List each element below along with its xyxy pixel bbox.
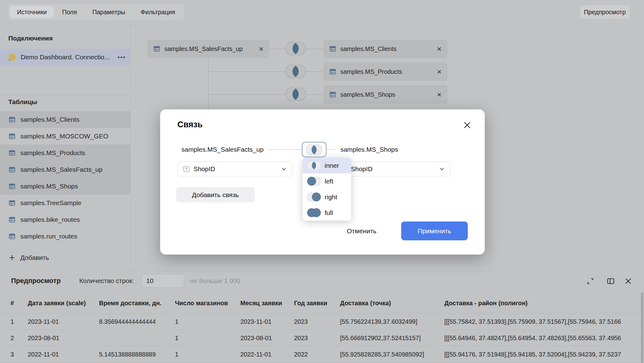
add-relation-button[interactable]: Добавить связь	[176, 187, 255, 202]
close-preview-icon[interactable]	[623, 276, 633, 286]
column-header: #	[0, 300, 28, 307]
sidebar-table-item[interactable]: samples.run_routes	[0, 228, 131, 245]
diagram-node-ms_shops[interactable]: samples.MS_Shops	[323, 85, 447, 104]
cell: 8.356944444444444	[99, 318, 175, 325]
column-header: Время доставки, дн.	[99, 300, 175, 307]
table-icon	[329, 91, 336, 98]
table-icon	[329, 45, 336, 53]
sidebar-border	[131, 24, 131, 271]
diagram-node-salesfacts[interactable]: samples.MS_SalesFacts_up	[147, 40, 269, 58]
inner-join-icon[interactable]	[285, 87, 306, 101]
apply-button[interactable]: Применить	[401, 222, 468, 240]
row-count-hint: не больше 1 000	[190, 277, 240, 285]
cell: [[[55.75842, 37.51393],[55.75909, 37.515…	[444, 318, 644, 325]
cell: 2023-08-01	[28, 335, 99, 342]
remove-table-icon[interactable]	[259, 46, 264, 52]
cell: 2023	[294, 318, 340, 325]
tab-parameters[interactable]: Параметры	[85, 6, 132, 18]
remove-table-icon[interactable]	[437, 92, 442, 97]
cell: 2022-11-01	[28, 351, 99, 358]
cell: 1	[175, 351, 240, 358]
cell: 2022	[294, 351, 340, 358]
string-type-icon	[183, 165, 190, 173]
preview-scrollbar[interactable]	[641, 293, 643, 363]
cell: 5.145138888888889	[99, 351, 175, 358]
row-count-label: Количество строк:	[79, 277, 134, 285]
sidebar-table-label: samples.MS_Clients	[20, 116, 79, 123]
tab-sources[interactable]: Источники	[10, 6, 54, 18]
diagram-node-label: samples.MS_Shops	[340, 91, 433, 98]
tab-bar: Источники Поля Параметры Фильтрация	[8, 4, 184, 20]
join-option-inner[interactable]: inner	[303, 158, 351, 173]
preview-divider	[0, 271, 644, 271]
cell: 3	[0, 351, 28, 358]
inner-join-icon[interactable]	[285, 64, 306, 78]
preview-data-row: 22023-08-0112023-08-012023[55.666912902,…	[0, 330, 644, 346]
connection-item[interactable]: Demo Dashboard. Connectio...	[0, 49, 131, 65]
column-header: Доставка - район (полигон)	[444, 300, 644, 307]
relation-right-table: samples.MS_Shops	[340, 146, 398, 153]
table-icon	[329, 68, 336, 75]
diagram-node-ms_clients[interactable]: samples.MS_Clients	[323, 40, 447, 58]
preview-table: #Дата заявки (scale)Время доставки, дн.Ч…	[0, 293, 644, 363]
join-type-button[interactable]	[302, 142, 326, 157]
preview-title: Предпросмотр	[11, 277, 61, 285]
right-join-icon	[307, 192, 321, 202]
sidebar-table-label: samples.MS_Shops	[20, 183, 78, 190]
row-count-input[interactable]: 10	[141, 274, 184, 288]
full-join-icon	[307, 208, 321, 217]
column-header: Месяц заявки	[240, 300, 294, 307]
sidebar-table-item[interactable]: samples.bike_routes	[0, 211, 131, 228]
preview-data-row: 32022-11-015.14513888888888912022-11-012…	[0, 346, 644, 363]
add-table-button[interactable]: Добавить	[0, 250, 131, 266]
relation-left-table: samples.MS_SalesFacts_up	[181, 146, 264, 153]
diagram-node-ms_products[interactable]: samples.MS_Products	[323, 62, 447, 81]
sidebar-table-item[interactable]: samples.MS_Products	[0, 145, 131, 161]
inner-join-icon[interactable]	[285, 41, 306, 56]
expand-preview-icon[interactable]	[585, 276, 595, 286]
tab-filtering[interactable]: Фильтрация	[134, 6, 182, 18]
right-field-value: ShopID	[351, 165, 435, 173]
join-option-left[interactable]: left	[303, 173, 351, 189]
diagram-node-label: samples.MS_SalesFacts_up	[164, 45, 255, 53]
tab-fields[interactable]: Поля	[56, 6, 84, 18]
split-panel-icon[interactable]	[606, 276, 616, 286]
cell: 2023-11-01	[240, 318, 294, 325]
diagram-node-label: samples.MS_Clients	[340, 45, 433, 53]
join-option-full[interactable]: full	[303, 205, 351, 221]
left-field-select[interactable]: ShopID	[177, 162, 293, 176]
join-option-right[interactable]: right	[303, 189, 351, 205]
inner-join-icon	[307, 161, 321, 170]
topbar-divider	[0, 24, 644, 24]
remove-table-icon[interactable]	[437, 69, 442, 74]
sidebar-table-item[interactable]: samples.MS_Shops	[0, 178, 131, 195]
preview-toggle-button[interactable]: Предпросмотр	[580, 5, 629, 19]
table-icon	[8, 149, 16, 157]
join-option-label: right	[325, 193, 337, 201]
cell: [55.666912902,37.52415157]	[340, 335, 444, 342]
dialog-title: Связь	[177, 120, 203, 129]
dialog-close-icon[interactable]	[463, 120, 472, 130]
join-option-label: left	[325, 178, 333, 185]
sidebar-table-item[interactable]: samples.MS_MOSCOW_GEO	[0, 128, 131, 145]
sidebar-section-divider	[0, 95, 131, 96]
table-icon	[8, 183, 16, 190]
diagram-node-label: samples.MS_Products	[340, 68, 433, 75]
remove-table-icon[interactable]	[437, 46, 442, 52]
table-icon	[8, 116, 16, 123]
sidebar-table-item[interactable]: samples.MS_Clients	[0, 111, 131, 128]
sidebar-table-item[interactable]: samples.TreeSample	[0, 195, 131, 211]
cell: 1	[175, 318, 240, 325]
cancel-button[interactable]: Отменить	[341, 226, 383, 237]
preview-data-row: 12023-11-018.35694444444444412023-11-012…	[0, 314, 644, 330]
column-header: Год заявки	[294, 300, 340, 307]
clickhouse-connection-icon	[8, 53, 16, 61]
connection-menu-icon[interactable]	[118, 57, 125, 58]
connections-heading: Подключения	[8, 35, 53, 42]
cell: 2023-08-01	[240, 335, 294, 342]
cell: 2023-11-01	[28, 318, 99, 325]
right-field-select[interactable]: ShopID	[335, 162, 451, 176]
sidebar-table-item[interactable]: samples.MS_SalesFacts_up	[0, 161, 131, 178]
connection-name: Demo Dashboard. Connectio...	[21, 53, 114, 61]
tables-heading: Таблицы	[8, 98, 37, 106]
